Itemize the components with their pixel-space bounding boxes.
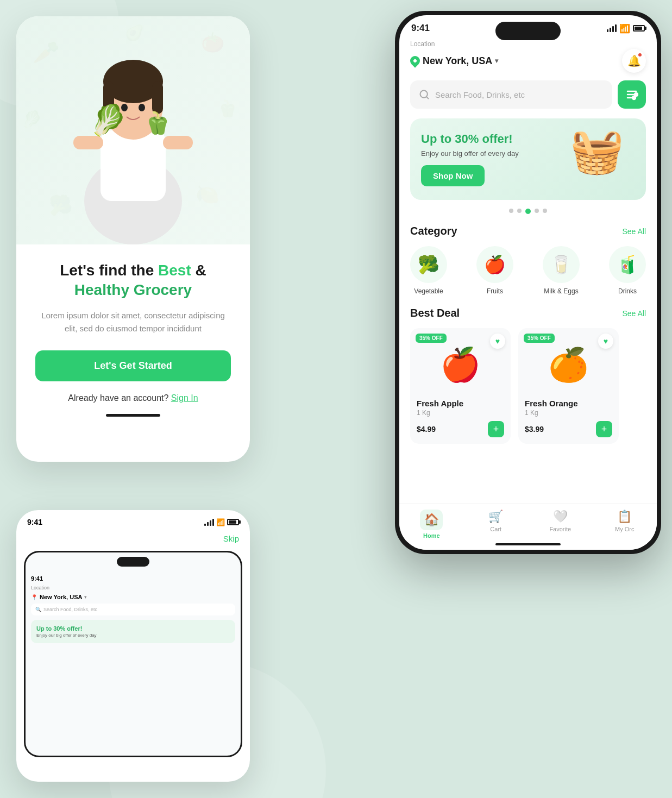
dot-1[interactable] bbox=[509, 209, 513, 213]
deal-card-apple: 35% OFF ♥ 🍎 Fresh Apple 1 Kg $4.99 + bbox=[410, 328, 511, 444]
onboarding-subtitle: Lorem ipsum dolor sit amet, consectetur … bbox=[35, 309, 231, 335]
status-icons: 📶 bbox=[607, 23, 645, 34]
vegetable-icon-circle: 🥦 bbox=[410, 246, 447, 283]
svg-point-26 bbox=[632, 96, 636, 99]
dot-4[interactable] bbox=[535, 209, 539, 213]
drinks-icon-circle: 🧃 bbox=[609, 246, 646, 283]
svg-text:🥕: 🥕 bbox=[33, 39, 60, 65]
category-drinks[interactable]: 🧃 Drinks bbox=[609, 246, 646, 295]
svg-text:🫑: 🫑 bbox=[144, 110, 171, 136]
deal-badge-apple: 35% OFF bbox=[416, 334, 447, 343]
nav-favorite[interactable]: 🤍 Favorite bbox=[528, 510, 593, 539]
home-indicator bbox=[106, 414, 160, 417]
mini-location-pin: 📍 bbox=[31, 594, 37, 600]
svg-point-25 bbox=[635, 93, 638, 96]
main-screen: 9:41 📶 Location New bbox=[399, 15, 657, 550]
best-deal-title: Best Deal bbox=[410, 307, 460, 319]
signin-prompt-text: Already have an account? bbox=[68, 393, 168, 403]
mini-banner-title: Up to 30% offer! bbox=[36, 625, 230, 632]
nav-cart-label: Cart bbox=[490, 526, 501, 532]
svg-text:🥬: 🥬 bbox=[90, 103, 127, 138]
category-section-header: Category See All bbox=[410, 225, 646, 237]
small-time: 9:41 bbox=[27, 518, 42, 526]
deal-price-orange: $3.99 bbox=[525, 425, 544, 433]
main-phone: 9:41 📶 Location New bbox=[395, 11, 661, 554]
vegetable-label: Vegetable bbox=[414, 287, 443, 295]
onboarding-card: 🥕 🍅 🥬 🫑 🥦 🍋 🥑 🥝 bbox=[16, 16, 250, 462]
mini-phone-frame: 9:41 Location 📍 New York, USA ▾ 🔍 Search… bbox=[24, 551, 242, 757]
best-deal-see-all[interactable]: See All bbox=[622, 309, 646, 318]
signal-bars-icon bbox=[607, 24, 617, 32]
deal-name-orange: Fresh Orange bbox=[525, 399, 612, 408]
deal-price-apple: $4.99 bbox=[417, 425, 436, 433]
small-phone: 9:41 📶 Skip 9:41 Location 📍 New bbox=[16, 510, 250, 782]
headline-healthy: Healthy Grocery bbox=[74, 281, 192, 298]
battery-icon bbox=[227, 519, 239, 525]
drinks-label: Drinks bbox=[618, 287, 637, 295]
location-name-group: New York, USA ▾ bbox=[410, 55, 498, 67]
svg-text:🫑: 🫑 bbox=[217, 99, 238, 118]
location-city[interactable]: New York, USA bbox=[423, 55, 492, 67]
dot-3-active[interactable] bbox=[525, 209, 531, 214]
battery-status-icon bbox=[633, 25, 645, 32]
search-placeholder: Search Food, Drinks, etc bbox=[435, 90, 525, 99]
dot-2[interactable] bbox=[517, 209, 522, 213]
shop-now-button[interactable]: Shop Now bbox=[421, 165, 485, 186]
deal-weight-apple: 1 Kg bbox=[417, 409, 504, 417]
mini-location-name-row: 📍 New York, USA ▾ bbox=[31, 594, 235, 600]
deal-card-orange: 35% OFF ♥ 🍊 Fresh Orange 1 Kg $3.99 + bbox=[518, 328, 619, 444]
get-started-button[interactable]: Let's Get Started bbox=[35, 350, 231, 381]
nav-home-label: Home bbox=[423, 532, 440, 539]
category-milk-eggs[interactable]: 🥛 Milk & Eggs bbox=[543, 246, 580, 295]
skip-button[interactable]: Skip bbox=[16, 531, 250, 546]
headline-part1: Let's find the bbox=[60, 262, 154, 279]
add-to-cart-apple[interactable]: + bbox=[488, 421, 504, 437]
dynamic-island bbox=[495, 22, 561, 40]
nav-cart-icon: 🛒 bbox=[489, 510, 503, 524]
nav-favorite-label: Favorite bbox=[549, 526, 571, 532]
best-deal-row: 35% OFF ♥ 🍎 Fresh Apple 1 Kg $4.99 + 35%… bbox=[410, 328, 646, 444]
app-content: Location New York, USA ▾ 🔔 bbox=[399, 34, 657, 444]
banner-subtitle: Enjoy our big offer of every day bbox=[421, 149, 570, 158]
nav-my-orc[interactable]: 📋 My Orc bbox=[593, 510, 657, 539]
nav-my-orc-label: My Orc bbox=[615, 526, 634, 532]
filter-icon bbox=[625, 88, 638, 101]
nav-home-icon: 🏠 bbox=[420, 510, 443, 530]
deal-weight-orange: 1 Kg bbox=[525, 409, 612, 417]
signin-link[interactable]: Sign In bbox=[171, 393, 198, 403]
dot-5[interactable] bbox=[543, 209, 547, 213]
headline: Let's find the Best & Healthy Grocery bbox=[35, 261, 231, 300]
mini-location-row: Location bbox=[31, 585, 235, 590]
mini-location-name: New York, USA bbox=[40, 594, 82, 600]
category-title: Category bbox=[410, 225, 457, 237]
svg-rect-9 bbox=[101, 130, 166, 201]
nav-home[interactable]: 🏠 Home bbox=[399, 510, 464, 539]
svg-rect-17 bbox=[163, 136, 193, 149]
basket-emoji: 🧺 bbox=[570, 129, 635, 173]
category-see-all[interactable]: See All bbox=[622, 227, 646, 236]
signin-prompt: Already have an account? Sign In bbox=[35, 393, 231, 403]
deal-fav-apple[interactable]: ♥ bbox=[490, 334, 505, 349]
category-fruits[interactable]: 🍎 Fruits bbox=[476, 246, 513, 295]
notification-button[interactable]: 🔔 bbox=[622, 49, 646, 73]
deal-fav-orange[interactable]: ♥ bbox=[598, 334, 613, 349]
search-icon bbox=[419, 89, 430, 100]
nav-my-orc-icon: 📋 bbox=[618, 510, 632, 524]
hero-image-area: 🥕 🍅 🥬 🫑 🥦 🍋 🥑 🥝 bbox=[16, 16, 250, 244]
deal-badge-orange: 35% OFF bbox=[524, 334, 555, 343]
svg-text:🥬: 🥬 bbox=[22, 110, 42, 129]
filter-button[interactable] bbox=[618, 80, 646, 109]
location-chevron-icon[interactable]: ▾ bbox=[495, 57, 498, 65]
search-box[interactable]: Search Food, Drinks, etc bbox=[410, 80, 612, 109]
nav-cart[interactable]: 🛒 Cart bbox=[464, 510, 529, 539]
milk-eggs-label: Milk & Eggs bbox=[544, 287, 578, 295]
banner-image: 🧺 bbox=[570, 129, 635, 189]
promo-banner: Up to 30% offer! Enjoy our big offer of … bbox=[410, 118, 646, 200]
mini-chevron: ▾ bbox=[84, 594, 87, 600]
add-to-cart-orange[interactable]: + bbox=[596, 421, 612, 437]
category-vegetable[interactable]: 🥦 Vegetable bbox=[410, 246, 447, 295]
location-row: New York, USA ▾ 🔔 bbox=[410, 49, 646, 73]
category-row: 🥦 Vegetable 🍎 Fruits 🥛 Milk & Eggs 🧃 Dri… bbox=[410, 246, 646, 295]
banner-title: Up to 30% offer! bbox=[421, 132, 570, 146]
small-status-bar: 9:41 📶 bbox=[16, 510, 250, 531]
